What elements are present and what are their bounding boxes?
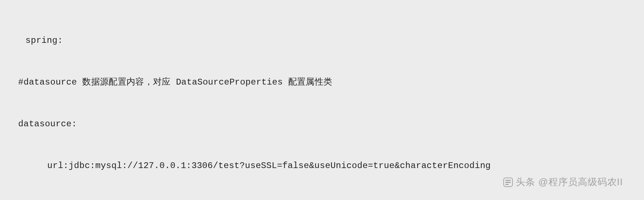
code-line: datasource:	[18, 117, 626, 131]
svg-rect-2	[505, 182, 511, 183]
watermark: 头条 @程序员高级码农II	[503, 175, 623, 190]
code-line: spring:	[18, 34, 626, 48]
yaml-code-block: spring: #datasource 数据源配置内容，对应 DataSourc…	[18, 6, 626, 200]
toutiao-icon	[503, 177, 514, 188]
code-line: #datasource 数据源配置内容，对应 DataSourcePropert…	[18, 75, 626, 89]
svg-rect-1	[505, 180, 511, 181]
svg-rect-3	[505, 184, 508, 185]
code-line: url:jdbc:mysql://127.0.0.1:3306/test?use…	[18, 159, 626, 173]
watermark-text: 头条 @程序员高级码农II	[516, 175, 623, 190]
